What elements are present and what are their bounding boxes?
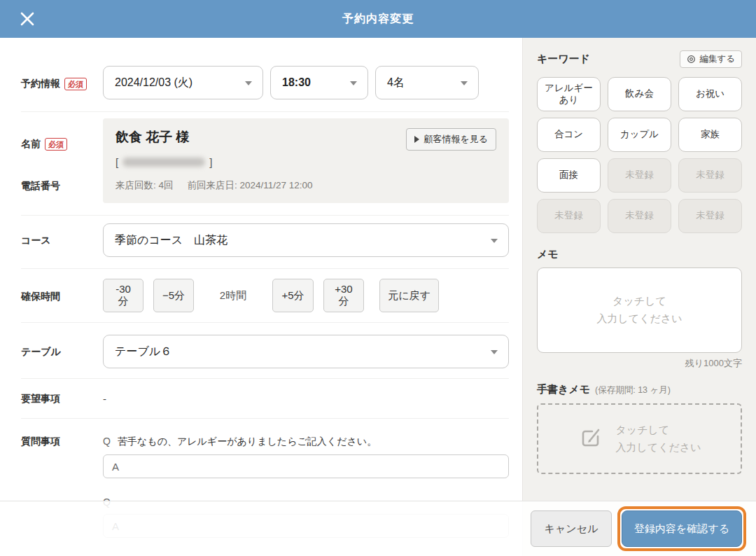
- play-icon: [414, 136, 419, 143]
- pen-icon: [578, 424, 604, 454]
- table-select-value: テーブル６: [115, 345, 172, 359]
- chevron-down-icon: [245, 81, 252, 85]
- chevron-down-icon: [491, 350, 498, 354]
- time-select[interactable]: 18:30: [270, 66, 368, 99]
- reservation-info-row: 予約情報 必須 2024/12/03 (火) 18:30: [21, 38, 509, 112]
- name-label: 名前: [21, 138, 41, 151]
- required-badge: 必須: [64, 78, 87, 90]
- minus-5min-button[interactable]: −5分: [153, 279, 194, 312]
- keywords-label: キーワード: [537, 53, 590, 66]
- handwriting-memo-label: 手書きメモ: [537, 383, 590, 396]
- gear-icon: [687, 55, 696, 64]
- last-visit-date: 前回来店日: 2024/11/27 12:00: [188, 179, 313, 192]
- reset-duration-button[interactable]: 元に戻す: [379, 279, 439, 312]
- duration-label: 確保時間: [21, 291, 60, 303]
- required-badge: 必須: [45, 138, 67, 151]
- question-text: 苦手なもの、アレルギーがありましたらご記入ください。: [118, 436, 377, 448]
- keyword-button[interactable]: お祝い: [678, 77, 742, 111]
- requests-label: 要望事項: [21, 393, 60, 405]
- customer-row: 名前 必須 電話番号 飲食 花子 様 顧客情報を見る: [21, 112, 509, 216]
- duration-value: 2時間: [194, 289, 272, 303]
- highlight-ring: 登録内容を確認する: [617, 506, 746, 551]
- keyword-button[interactable]: カップル: [608, 118, 671, 152]
- page-title: 予約内容変更: [0, 12, 756, 27]
- table-select[interactable]: テーブル６: [103, 335, 509, 368]
- requests-value: -: [103, 393, 106, 405]
- handwriting-retention-note: (保存期間: 13 ヶ月): [595, 384, 671, 396]
- modal-header: 予約内容変更: [0, 0, 756, 38]
- close-icon: [20, 11, 35, 27]
- visit-count: 来店回数: 4回: [115, 179, 174, 192]
- sidebar: キーワード 編集する アレルギー あり飲み会お祝い合コンカップル家族面接未登録未…: [522, 38, 756, 556]
- keyword-button: 未登録: [537, 199, 601, 233]
- customer-info-panel: 飲食 花子 様 顧客情報を見る [ ] 来店回数: 4回: [103, 118, 509, 203]
- memo-remaining-count: 残り1000文字: [537, 357, 742, 370]
- footer-bar: キャンセル 登録内容を確認する: [0, 501, 756, 556]
- memo-placeholder: タッチして 入力してください: [596, 293, 682, 328]
- answer-input[interactable]: A: [103, 454, 509, 478]
- keyword-button[interactable]: 合コン: [537, 118, 601, 152]
- date-select-value: 2024/12/03 (火): [115, 76, 192, 90]
- phone-number-line: [ ]: [115, 156, 496, 168]
- handwriting-placeholder: タッチして 入力してください: [615, 422, 701, 457]
- table-row: テーブル テーブル６: [21, 323, 509, 379]
- phone-label: 電話番号: [21, 180, 60, 193]
- edit-keywords-label: 編集する: [699, 53, 735, 65]
- keyword-button[interactable]: アレルギー あり: [537, 77, 601, 111]
- course-label: コース: [21, 235, 51, 247]
- date-select[interactable]: 2024/12/03 (火): [103, 66, 263, 99]
- bracket: ]: [209, 156, 212, 168]
- confirm-registration-button[interactable]: 登録内容を確認する: [622, 510, 742, 547]
- minus-30min-button[interactable]: -30分: [103, 279, 144, 312]
- plus-30min-button[interactable]: +30分: [323, 279, 364, 312]
- keyword-button: 未登録: [608, 158, 671, 193]
- phone-number-redacted: [122, 158, 205, 167]
- keyword-button: 未登録: [608, 199, 671, 233]
- memo-label: メモ: [537, 248, 742, 261]
- keyword-button[interactable]: 飲み会: [608, 77, 671, 111]
- view-customer-label: 顧客情報を見る: [424, 133, 488, 146]
- keyword-button: 未登録: [678, 199, 742, 233]
- reservation-form: 予約情報 必須 2024/12/03 (火) 18:30: [0, 38, 522, 556]
- visit-history: 来店回数: 4回 前回来店日: 2024/11/27 12:00: [115, 179, 496, 192]
- question-block: Q 苦手なもの、アレルギーがありましたらご記入ください。 A: [103, 436, 509, 478]
- course-select[interactable]: 季節のコース 山茶花: [103, 223, 509, 257]
- course-row: コース 季節のコース 山茶花: [21, 216, 509, 269]
- keyword-button[interactable]: 面接: [537, 158, 601, 193]
- edit-keywords-button[interactable]: 編集する: [680, 50, 742, 68]
- time-select-value: 18:30: [282, 76, 311, 89]
- keyword-button: 未登録: [678, 158, 742, 193]
- requests-row: 要望事項 -: [21, 379, 509, 419]
- question-prefix: Q: [103, 436, 111, 448]
- handwriting-memo-input[interactable]: タッチして 入力してください: [537, 403, 742, 474]
- party-size-select[interactable]: 4名: [375, 66, 479, 99]
- answer-prefix: A: [112, 461, 119, 473]
- chevron-down-icon: [491, 239, 498, 243]
- course-select-value: 季節のコース 山茶花: [115, 233, 227, 248]
- questions-label: 質問事項: [21, 436, 60, 448]
- keyword-button[interactable]: 家族: [678, 118, 742, 152]
- close-button[interactable]: [17, 8, 38, 29]
- plus-5min-button[interactable]: +5分: [272, 279, 314, 312]
- party-size-value: 4名: [387, 76, 405, 90]
- table-label: テーブル: [21, 346, 61, 359]
- memo-input[interactable]: タッチして 入力してください: [537, 267, 742, 353]
- cancel-button[interactable]: キャンセル: [531, 510, 612, 547]
- view-customer-button[interactable]: 顧客情報を見る: [406, 128, 496, 151]
- customer-name: 飲食 花子 様: [115, 128, 190, 146]
- duration-row: 確保時間 -30分 −5分 2時間 +5分 +30分 元に戻す: [21, 269, 509, 323]
- reservation-info-label: 予約情報: [21, 78, 60, 90]
- bracket: [: [115, 156, 118, 168]
- chevron-down-icon: [461, 81, 468, 85]
- chevron-down-icon: [350, 81, 357, 85]
- reservation-edit-modal: 予約内容変更 予約情報 必須 2024/12/03 (火): [0, 0, 756, 556]
- keyword-grid: アレルギー あり飲み会お祝い合コンカップル家族面接未登録未登録未登録未登録未登録: [537, 77, 742, 233]
